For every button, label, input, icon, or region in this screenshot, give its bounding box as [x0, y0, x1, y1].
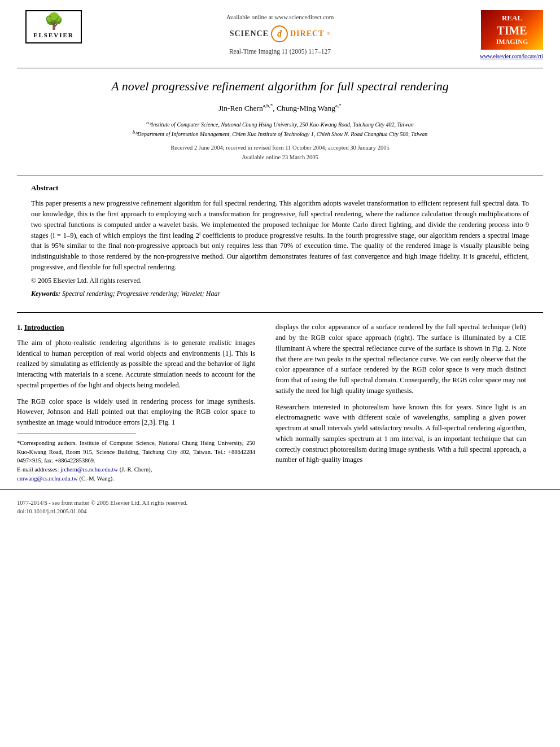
- header: 🌳 ELSEVIER Available online at www.scien…: [0, 0, 560, 61]
- rti-real-text: REAL: [502, 14, 522, 23]
- left-column: 1. Introduction The aim of photo-realist…: [17, 322, 265, 483]
- abstract-text: This paper presents a new progressive re…: [31, 198, 529, 272]
- available-online-text: Available online at www.sciencedirect.co…: [90, 13, 470, 22]
- footnote-divider: [17, 434, 136, 434]
- page: 🌳 ELSEVIER Available online at www.scien…: [0, 0, 560, 747]
- keywords-line: Keywords: Spectral rendering; Progressiv…: [31, 289, 529, 299]
- footnote-email2-person: (C.-M. Wang).: [80, 475, 114, 482]
- footnote-email1-person: (J.-R. Chern),: [120, 466, 152, 473]
- section1-number: 1.: [17, 323, 23, 331]
- elsevier-logo-container: 🌳 ELSEVIER: [17, 10, 90, 43]
- science-text: SCIENCE: [230, 28, 269, 40]
- footnote-corresponding: *Corresponding authors. Institute of Com…: [17, 439, 255, 465]
- rti-time-text: TIME: [497, 23, 527, 38]
- section1-para2: The RGB color space is widely used in re…: [17, 396, 255, 428]
- available-online-date: Available online 23 March 2005: [242, 154, 318, 160]
- keywords-label: Keywords:: [31, 290, 60, 298]
- section1-para1: The aim of photo-realistic rendering alg…: [17, 338, 255, 391]
- footnote-corresponding-text: *Corresponding authors. Institute of Com…: [17, 440, 255, 464]
- affiliation-a: ᵃInstitute of Computer Science, National…: [149, 121, 414, 128]
- footnote-email: E-mail addresses: jrchern@cs.nchu.edu.tw…: [17, 465, 255, 483]
- direct-text: DIRECT: [290, 28, 324, 40]
- section1-right-para2: Researchers interested in photorealism h…: [275, 402, 526, 466]
- elsevier-url[interactable]: www.elsevier.com/locate/rti: [480, 53, 543, 61]
- direct-d: d: [277, 27, 282, 40]
- title-section: A novel progressive refinement algorithm…: [0, 68, 560, 168]
- rti-imaging-text: IMAGING: [496, 38, 528, 47]
- keywords-text: Spectral rendering; Progressive renderin…: [62, 290, 220, 298]
- abstract-title: Abstract: [31, 183, 529, 194]
- footer-issn: 1077-2014/$ - see front matter © 2005 El…: [17, 499, 543, 507]
- sciencedirect-logo: SCIENCE d DIRECT®: [90, 25, 470, 42]
- elsevier-label: ELSEVIER: [33, 31, 74, 40]
- elsevier-tree-icon: 🌳: [44, 14, 64, 29]
- paper-title: A novel progressive refinement algorithm…: [31, 78, 529, 95]
- section1-right-para1: displays the color appearance of a surfa…: [275, 322, 526, 396]
- affiliations: aᵃInstitute of Computer Science, Nationa…: [31, 119, 529, 139]
- elsevier-box: 🌳 ELSEVIER: [25, 10, 82, 43]
- rti-logo: REAL TIME IMAGING: [481, 10, 543, 50]
- footnote-email-label: E-mail addresses:: [17, 466, 59, 473]
- header-center: Available online at www.sciencedirect.co…: [90, 10, 470, 56]
- footer-doi: doi:10.1016/j.rti.2005.01.004: [17, 507, 543, 516]
- footnote-email1-link[interactable]: jrchern@cs.nchu.edu.tw: [60, 466, 118, 473]
- direct-sup: ®: [326, 30, 330, 37]
- received-text: Received 2 June 2004; received in revise…: [170, 145, 389, 151]
- section1-title: Introduction: [24, 323, 64, 331]
- header-right: REAL TIME IMAGING www.elsevier.com/locat…: [470, 10, 543, 61]
- page-footer: 1077-2014/$ - see front matter © 2005 El…: [0, 489, 560, 521]
- journal-name: Real-Time Imaging 11 (2005) 117–127: [90, 47, 470, 56]
- section1-heading: 1. Introduction: [17, 322, 255, 333]
- affiliation-b: ᵇDepartment of Information Management, C…: [135, 132, 427, 138]
- abstract-section: Abstract This paper presents a new progr…: [0, 176, 560, 304]
- body-columns: 1. Introduction The aim of photo-realist…: [0, 313, 560, 483]
- dates: Received 2 June 2004; received in revise…: [31, 143, 529, 163]
- direct-circle-icon: d: [271, 25, 288, 42]
- right-column: displays the color appearance of a surfa…: [265, 322, 526, 483]
- copyright-line: © 2005 Elsevier Ltd. All rights reserved…: [31, 276, 529, 286]
- elsevier-logo: 🌳 ELSEVIER: [17, 10, 90, 43]
- footnote-email2-link[interactable]: cmwang@cs.nchu.edu.tw: [17, 475, 78, 482]
- authors: Jin-Ren Cherna,b,*, Chung-Ming Wanga,*: [31, 102, 529, 113]
